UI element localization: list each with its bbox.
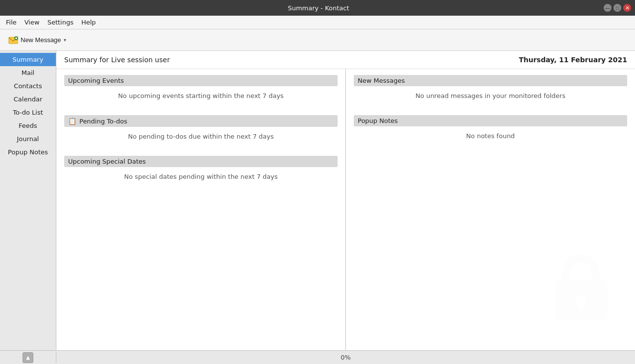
scroll-up-button[interactable]: ▲	[23, 352, 33, 363]
sidebar-item-calendar[interactable]: Calendar	[0, 93, 56, 106]
sidebar-item-mail[interactable]: Mail	[0, 66, 56, 79]
status-bar-left: ▲	[0, 352, 56, 363]
content-body: Upcoming Events No upcoming events start…	[56, 69, 635, 350]
left-panel: Upcoming Events No upcoming events start…	[56, 69, 346, 350]
upcoming-events-header: Upcoming Events	[64, 75, 338, 86]
pending-todos-content: No pending to-dos due within the next 7 …	[64, 127, 338, 146]
menu-help[interactable]: Help	[77, 17, 100, 28]
upcoming-special-dates-empty: No special dates pending within the next…	[124, 173, 278, 180]
menu-view[interactable]: View	[21, 17, 44, 28]
new-message-icon	[8, 35, 19, 46]
popup-notes-title: Popup Notes	[358, 117, 398, 124]
menu-file[interactable]: File	[2, 17, 21, 28]
watermark-logo	[537, 241, 625, 340]
sidebar-item-journal[interactable]: Journal	[0, 132, 56, 146]
sidebar-item-todo-list[interactable]: To-do List	[0, 106, 56, 119]
svg-rect-4	[555, 280, 608, 320]
content-header-title: Summary for Live session user	[64, 56, 170, 64]
new-message-dropdown-icon: ▾	[64, 37, 66, 43]
sidebar-item-popup-notes[interactable]: Popup Notes	[0, 146, 56, 159]
popup-notes-header: Popup Notes	[354, 115, 627, 126]
title-bar: Summary - Kontact — □ ✕	[0, 0, 635, 16]
new-message-button[interactable]: New Message ▾	[4, 33, 70, 48]
pending-todos-title: Pending To-dos	[79, 118, 127, 125]
sidebar-item-summary[interactable]: Summary	[0, 53, 56, 66]
sidebar: Summary Mail Contacts Calendar To-do Lis…	[0, 51, 56, 350]
window-controls: — □ ✕	[604, 4, 631, 12]
sidebar-item-feeds[interactable]: Feeds	[0, 119, 56, 132]
popup-notes-empty: No notes found	[466, 132, 514, 140]
pending-todos-icon: 📋	[68, 117, 76, 125]
upcoming-special-dates-header: Upcoming Special Dates	[64, 156, 338, 167]
upcoming-special-dates-section: Upcoming Special Dates No special dates …	[64, 156, 338, 186]
popup-notes-section: Popup Notes No notes found	[354, 115, 627, 146]
svg-rect-6	[579, 300, 584, 310]
status-bar: ▲ 0%	[0, 350, 635, 364]
upcoming-events-empty: No upcoming events starting within the n…	[118, 92, 284, 99]
pending-todos-header: 📋 Pending To-dos	[64, 115, 338, 127]
new-messages-header: New Messages	[354, 75, 627, 86]
menu-bar: File View Settings Help	[0, 16, 635, 29]
content-area: Summary for Live session user Thursday, …	[56, 51, 635, 350]
new-messages-empty: No unread messages in your monitored fol…	[415, 92, 565, 99]
minimize-button[interactable]: —	[604, 4, 611, 12]
upcoming-special-dates-content: No special dates pending within the next…	[64, 167, 338, 186]
status-bar-right: 0%	[56, 354, 635, 361]
pending-todos-section: 📋 Pending To-dos No pending to-dos due w…	[64, 115, 338, 146]
upcoming-events-section: Upcoming Events No upcoming events start…	[64, 75, 338, 105]
new-messages-section: New Messages No unread messages in your …	[354, 75, 627, 105]
popup-notes-content: No notes found	[354, 126, 627, 146]
svg-point-5	[576, 295, 586, 306]
right-panel: New Messages No unread messages in your …	[346, 69, 635, 350]
pending-todos-empty: No pending to-dos due within the next 7 …	[128, 133, 274, 140]
maximize-button[interactable]: □	[613, 4, 621, 12]
upcoming-events-content: No upcoming events starting within the n…	[64, 86, 338, 105]
sidebar-item-contacts[interactable]: Contacts	[0, 79, 56, 93]
content-header-date: Thursday, 11 February 2021	[519, 56, 627, 64]
upcoming-events-title: Upcoming Events	[68, 77, 124, 84]
new-message-label: New Message	[21, 36, 61, 44]
progress-text: 0%	[341, 354, 351, 361]
new-messages-content: No unread messages in your monitored fol…	[354, 86, 627, 105]
close-button[interactable]: ✕	[623, 4, 631, 12]
window-title: Summary - Kontact	[33, 4, 604, 12]
upcoming-special-dates-title: Upcoming Special Dates	[68, 158, 146, 165]
toolbar: New Message ▾	[0, 29, 635, 51]
new-messages-title: New Messages	[358, 77, 405, 84]
content-header: Summary for Live session user Thursday, …	[56, 51, 635, 69]
menu-settings[interactable]: Settings	[44, 17, 77, 28]
main-layout: Summary Mail Contacts Calendar To-do Lis…	[0, 51, 635, 350]
